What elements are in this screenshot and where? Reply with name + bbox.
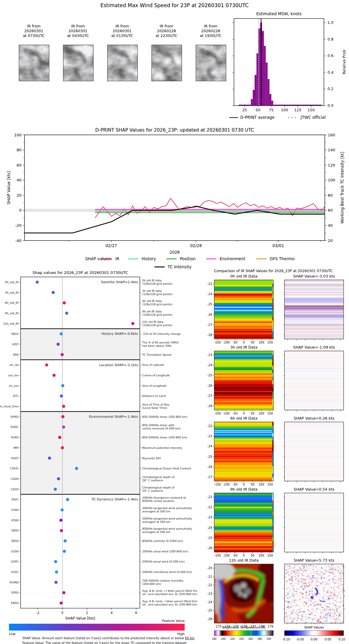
feature-value-colorbar-title: Feature Value [162,619,185,623]
shap-colorbar [284,631,344,636]
x-tick-label: 0 [243,412,245,415]
y-tick-label: -22 [207,424,212,428]
y-tick-label: 1.0 [327,20,333,25]
ir-panel-content [214,280,273,339]
ir-satellite-image [196,45,226,81]
x-tick-label: 100 [258,341,264,344]
ir-panel-title: 9h old IR Data [230,487,257,492]
y-tick-label: 0.4 [327,70,333,75]
right-tick-label: 60 [328,208,333,212]
feature-dot [64,539,67,542]
feature-description: 200hPa zonal wind (0-500 km) [142,560,185,563]
ir-panel-12h [206,558,283,628]
feature-description: Distance to Land [142,394,166,398]
section-annotation: TC Dynamics SHAP=-1.4kts [91,497,138,501]
right-tick-label: 40 [328,223,333,228]
feature-description: (Local Solar Time) [142,406,167,409]
feature-description: The # of 6h periods VMAX [142,341,179,344]
y-tick-label: 0.6 [327,53,333,58]
ir-thumbnail-label: IR from20260301at 0730UTC [11,24,56,38]
right-tick-label: 80 [328,193,333,198]
feature-label: DELV [11,332,19,335]
x-tick-label: -50 [232,341,237,344]
ir-panel-title: 6h old IR Data [230,416,257,420]
timeseries-frame [25,135,325,241]
feature-dot [62,591,65,594]
shap-colorbar-tick: -0.05 [296,638,304,641]
x-tick-label: -150 [214,483,221,486]
page-title: Estimated Max Wind Speed for 23P at 2026… [0,2,349,8]
section-annotation: Location SHAP=-3.1kts [99,363,138,367]
shap-colorbar-title: SHAP Values [304,625,324,629]
feature-description: TC Translation Speed [142,353,171,356]
feature-description: 6h old IR data [142,299,162,303]
feature-dot [60,529,63,532]
comparison-title: Comparison of IR SHAP Values for 2026_23… [214,269,333,273]
feature-label: SPD [13,353,19,356]
ir-panel-0h [214,280,273,339]
ir-panel-content [206,558,283,628]
section-bg [21,412,140,494]
x-tick-label: 100 [281,108,288,112]
feature-value-colorbar [9,624,185,631]
feature-dot [55,570,58,573]
x-tick-label: 50 [255,108,260,112]
section-bg [21,494,140,608]
histogram-bar [255,75,256,106]
x-tick-label: -100 [223,341,230,344]
bt-colorbar-tick: 280 [258,638,262,640]
feature-description: -12h to 0h Intensity change [142,332,181,335]
y-tick-label: 0.0 [327,103,333,108]
x-tick-label: 179 [268,625,273,628]
right-tick-label: 160 [328,133,335,137]
x-tick-label: 50 [251,483,255,486]
x-tick-label: 0 [243,341,245,344]
x-tick-label: 100 [258,483,264,486]
feature-description: vortex removed (0-500 km) [142,427,181,430]
feature-label: V850 [11,529,19,532]
feature-label: U20C [11,560,19,563]
feature-description: averaged at 500 km [142,520,170,523]
shap-timeseries-chart: D-PRINT SHAP Values for 2026_23P: update… [0,127,349,276]
bt-colorbar-tick: 300 [267,638,271,640]
x-tick-label: -50 [232,554,237,557]
colorbar-high-label: High [177,632,185,636]
histogram-bars [239,23,322,106]
feature-dot [63,550,66,553]
x-tick-label: 150 [267,554,273,557]
ir-thumbnail-label: IR from20260301at 0130UTC [100,24,145,38]
feature-description: Climatological depth of [142,486,175,489]
ir-thumbnail-label-line: at 0430UTC [56,33,100,38]
legend-label: IR [115,256,119,261]
timeseries-xlabel: 2026 [169,250,180,255]
histogram-bar [253,90,255,106]
left-tick-label: 100 [14,133,22,137]
feature-dot [58,436,61,439]
feature-dot [59,519,62,522]
shap-panel-0h [284,280,344,339]
left-tick-label: 20 [16,193,22,198]
feature-dot [61,415,64,418]
x-tick-label: -50 [232,483,237,486]
x-tick-label: -150 [214,554,221,557]
bt-colorbar [214,631,273,636]
feature-label: COHC [10,467,19,470]
y-tick-label: -26 [207,617,212,621]
feature-dot [36,281,39,284]
ir-thumbnail-label-line: IR from [56,24,100,29]
shap-panel-12h [284,564,345,624]
ir-panel-3h [214,351,273,410]
feature-label: RHMD [10,581,19,584]
shap-band [284,314,344,318]
feature-label: V20C [11,570,19,574]
x-tick-label: 173 [216,625,221,628]
histogram-frame [234,19,324,106]
y-tick-label: -23 [207,516,212,519]
y-tick-label: -25 [207,374,212,377]
histogram-bar [251,99,253,106]
ir-panel-content [214,351,273,410]
feature-description: Reynolds SST [142,457,161,460]
feature-dot [57,477,60,480]
feature-dot [54,560,57,563]
feature-description: 9h old IR data [142,310,162,313]
